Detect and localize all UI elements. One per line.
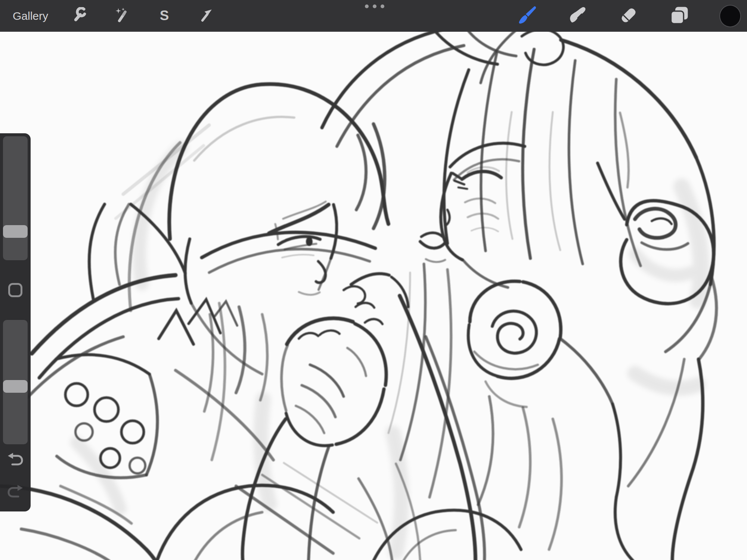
redo-button[interactable] [6,482,24,500]
paint-tool-button[interactable] [516,5,538,27]
smudge-tool-button[interactable] [567,5,589,27]
smudge-finger-icon [568,5,588,27]
toolbar-right-group [516,0,741,32]
brush-opacity-slider[interactable] [3,320,28,444]
magic-wand-icon [114,7,130,25]
modify-button[interactable] [8,283,22,297]
canvas-menu-button[interactable] [365,4,384,8]
color-swatch-button[interactable] [719,5,741,27]
actions-button[interactable] [68,4,91,28]
top-toolbar: Gallery [0,0,747,32]
redo-arrow-icon [6,496,24,501]
transform-arrow-icon [199,7,215,25]
adjustments-button[interactable] [110,4,133,28]
ellipsis-icon [365,4,369,8]
brush-size-slider[interactable] [3,136,28,260]
eraser-icon [619,5,639,27]
brush-opacity-handle[interactable] [3,380,28,393]
wrench-icon [71,7,87,25]
color-swatch [719,5,741,27]
svg-text:S: S [160,8,169,23]
undo-button[interactable] [6,450,24,468]
paintbrush-icon [517,5,537,27]
gallery-button[interactable]: Gallery [13,10,48,22]
canvas-artwork[interactable] [0,0,747,560]
undo-arrow-icon [6,464,24,469]
layers-button[interactable] [669,5,690,27]
procreate-app: Gallery [0,0,747,560]
brush-sidebar [0,133,31,511]
layers-icon [669,5,689,27]
selection-button[interactable]: S [153,4,176,28]
brush-size-handle[interactable] [3,225,28,238]
erase-tool-button[interactable] [618,5,639,27]
selection-s-icon: S [156,7,173,25]
toolbar-left-group: Gallery [0,0,218,32]
transform-button[interactable] [195,4,218,28]
